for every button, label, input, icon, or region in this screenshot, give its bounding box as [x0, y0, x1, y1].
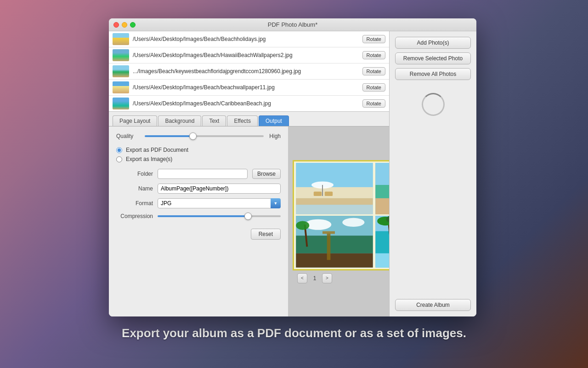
quality-label: Quality — [116, 133, 139, 139]
svg-rect-33 — [375, 253, 389, 268]
preview-nav-row: < 1 > + − — [293, 273, 389, 283]
photo-thumbnail — [113, 98, 129, 109]
svg-rect-7 — [314, 191, 322, 196]
rotate-button[interactable]: Rotate — [362, 99, 385, 108]
photo-path: /Users/Alex/Desktop/Images/Beach/beachwa… — [133, 84, 359, 91]
format-row: Format ▼ — [116, 198, 281, 208]
name-row: Name — [116, 184, 281, 194]
photo-path: /Users/Alex/Desktop/Images/Beach/Caribbe… — [133, 100, 359, 107]
progress-area — [395, 84, 471, 125]
preview-image-1 — [295, 163, 373, 215]
reset-row: Reset — [116, 229, 281, 240]
quality-high-label: High — [269, 133, 281, 139]
app-window: PDF Photo Album* /Users/Alex/Desktop/Ima… — [109, 18, 476, 316]
tab-background[interactable]: Background — [158, 115, 201, 126]
export-pdf-label: Export as PDF Document — [126, 147, 188, 153]
browse-button[interactable]: Browse — [252, 169, 281, 179]
folder-label: Folder — [116, 171, 153, 177]
svg-rect-10 — [375, 163, 389, 185]
photo-row[interactable]: /Users/Alex/Desktop/Images/Beach/Beachho… — [109, 31, 389, 47]
svg-rect-4 — [296, 205, 373, 214]
folder-row: Folder Browse — [116, 169, 281, 179]
rotate-button[interactable]: Rotate — [362, 83, 385, 92]
format-wrapper: ▼ — [158, 198, 281, 208]
remove-all-button[interactable]: Remove All Photos — [395, 68, 471, 80]
rotate-button[interactable]: Rotate — [362, 51, 385, 59]
svg-rect-8 — [325, 191, 333, 196]
compression-slider[interactable] — [158, 215, 281, 217]
reset-button[interactable]: Reset — [251, 229, 281, 240]
svg-rect-3 — [296, 198, 373, 204]
traffic-lights — [113, 22, 136, 28]
right-panel: Add Photo(s) Remove Selected Photo Remov… — [389, 31, 476, 316]
export-image-label: Export as Image(s) — [126, 156, 172, 162]
export-pdf-radio[interactable] — [116, 147, 122, 153]
preview-image-3 — [295, 216, 373, 268]
tab-output[interactable]: Output — [259, 115, 289, 126]
export-pdf-row: Export as PDF Document — [116, 147, 281, 153]
quality-row: Quality High — [116, 133, 281, 139]
svg-rect-12 — [375, 198, 389, 214]
format-label: Format — [116, 200, 153, 207]
photo-row[interactable]: .../Images/Beach/keywestbeachfloridajpgr… — [109, 63, 389, 80]
minimize-button[interactable] — [122, 22, 127, 28]
svg-point-27 — [296, 221, 309, 230]
name-input[interactable] — [158, 184, 281, 194]
photo-row[interactable]: /Users/Alex/Desktop/Images/Beach/HawaiiB… — [109, 47, 389, 63]
prev-page-button[interactable]: < — [297, 273, 307, 283]
create-album-button[interactable]: Create Album — [395, 299, 471, 311]
bottom-text: Export your album as a PDF document or a… — [0, 326, 588, 340]
tab-effects[interactable]: Effects — [227, 115, 257, 126]
photo-thumbnail — [113, 49, 129, 61]
svg-rect-32 — [375, 231, 389, 253]
svg-rect-23 — [296, 253, 373, 268]
album-preview — [293, 160, 389, 270]
progress-indicator — [422, 93, 445, 116]
compression-label: Compression — [116, 213, 153, 219]
preview-image-4 — [375, 216, 389, 268]
tab-text[interactable]: Text — [202, 115, 226, 126]
name-label: Name — [116, 185, 153, 192]
photo-row[interactable]: /Users/Alex/Desktop/Images/Beach/Caribbe… — [109, 96, 389, 111]
photo-path: .../Images/Beach/keywestbeachfloridajpgr… — [133, 68, 359, 75]
svg-point-21 — [342, 218, 364, 227]
svg-rect-2 — [296, 187, 373, 198]
quality-slider[interactable] — [145, 135, 264, 137]
titlebar: PDF Photo Album* — [109, 18, 476, 31]
photo-path: /Users/Alex/Desktop/Images/Beach/HawaiiB… — [133, 52, 359, 58]
rotate-button[interactable]: Rotate — [362, 67, 385, 75]
next-page-button[interactable]: > — [322, 273, 332, 283]
compression-row: Compression — [116, 213, 281, 219]
photo-path: /Users/Alex/Desktop/Images/Beach/Beachho… — [133, 36, 359, 42]
tab-page-layout[interactable]: Page Layout — [113, 115, 157, 126]
svg-rect-1 — [296, 163, 373, 187]
tabs: Page Layout Background Text Effects Outp… — [109, 112, 389, 126]
page-number: 1 — [310, 275, 319, 282]
photo-list: /Users/Alex/Desktop/Images/Beach/Beachho… — [109, 31, 389, 112]
maximize-button[interactable] — [130, 22, 136, 28]
rotate-button[interactable]: Rotate — [362, 35, 385, 43]
format-input[interactable] — [158, 198, 281, 208]
folder-input[interactable] — [158, 169, 248, 179]
export-image-radio[interactable] — [116, 156, 122, 162]
add-photos-button[interactable]: Add Photo(s) — [395, 37, 471, 49]
svg-rect-24 — [327, 233, 331, 260]
remove-selected-button[interactable]: Remove Selected Photo — [395, 52, 471, 64]
photo-thumbnail — [113, 33, 129, 45]
photo-thumbnail — [113, 81, 129, 93]
preview-image-2 — [375, 163, 389, 215]
close-button[interactable] — [113, 22, 119, 28]
export-image-row: Export as Image(s) — [116, 156, 281, 162]
svg-rect-25 — [322, 231, 335, 234]
window-title: PDF Photo Album* — [268, 21, 317, 28]
photo-row[interactable]: /Users/Alex/Desktop/Images/Beach/beachwa… — [109, 80, 389, 96]
photo-thumbnail — [113, 65, 129, 77]
svg-rect-11 — [375, 185, 389, 198]
